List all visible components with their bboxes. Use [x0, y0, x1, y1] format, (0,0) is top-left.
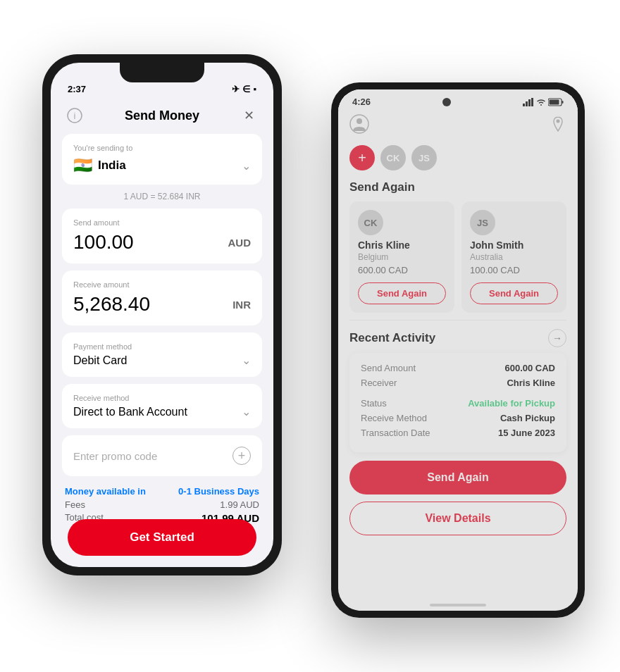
send-amount-row: Send Amount 600.00 CAD — [361, 363, 555, 373]
js-amount: 100.00 CAD — [470, 265, 558, 275]
availability-row: Money available in 0-1 Business Days — [65, 486, 259, 497]
svg-rect-5 — [531, 98, 533, 106]
iphone-device: 2:37 ✈ ∈ ▪ i Send Money — [42, 54, 282, 575]
send-again-ck-button[interactable]: Send Again — [358, 282, 446, 304]
ck-country: Belgium — [358, 252, 446, 262]
send-amount-label: Send amount — [73, 218, 251, 227]
payment-method-label: Payment method — [73, 342, 251, 351]
android-bottom-section: Send Again View Details — [338, 452, 578, 535]
receiver-value: Chris Kline — [507, 378, 555, 388]
receive-method-card[interactable]: Receive method Direct to Bank Account ⌄ — [62, 384, 262, 428]
android-status-bar: 4:26 — [338, 89, 578, 110]
ck-name: Chris Kline — [358, 239, 446, 251]
js-country: Australia — [470, 252, 558, 262]
promo-card[interactable]: Enter promo code + — [62, 435, 262, 476]
fees-label: Fees — [65, 499, 85, 510]
recipient-card-ck: CK Chris Kline Belgium 600.00 CAD Send A… — [349, 201, 454, 313]
send-again-cards: CK Chris Kline Belgium 600.00 CAD Send A… — [349, 201, 566, 313]
android-screen: 4:26 — [338, 89, 578, 611]
exchange-rate: 1 AUD = 52.684 INR — [62, 192, 262, 201]
receive-method-value: Direct to Bank Account — [73, 406, 187, 418]
add-contact-button[interactable]: + — [349, 145, 375, 170]
svg-rect-2 — [523, 104, 525, 106]
iphone-screen: 2:37 ✈ ∈ ▪ i Send Money — [51, 63, 273, 567]
svg-rect-4 — [528, 99, 531, 106]
contact-js-avatar[interactable]: JS — [411, 145, 437, 170]
status-label: Status — [361, 398, 387, 409]
recent-activity-title: Recent Activity — [349, 331, 435, 345]
receive-currency: INR — [232, 299, 251, 311]
android-camera — [442, 98, 451, 106]
iphone-content: i Send Money ✕ You're sending to 🇮🇳 Indi… — [51, 97, 273, 559]
send-again-main-button[interactable]: Send Again — [349, 461, 566, 494]
send-amount-card[interactable]: Send amount 100.00 AUD — [62, 209, 262, 263]
status-row: Status Available for Pickup — [361, 398, 555, 409]
send-amount-row: 100.00 AUD — [73, 231, 251, 254]
android-home-bar — [430, 604, 486, 606]
js-avatar: JS — [470, 210, 495, 235]
availability-value: 0-1 Business Days — [178, 486, 259, 497]
send-amount-value: 600.00 CAD — [504, 363, 555, 373]
close-button[interactable]: ✕ — [240, 106, 259, 125]
battery-icon — [548, 98, 564, 106]
receiver-label: Receiver — [361, 378, 397, 388]
send-again-js-button[interactable]: Send Again — [470, 282, 558, 304]
receive-method-label: Receive Method — [361, 413, 427, 423]
transaction-date-row: Transaction Date 15 June 2023 — [361, 428, 555, 438]
sending-to-label: You're sending to — [73, 144, 251, 152]
activity-card: Send Amount 600.00 CAD Receiver Chris Kl… — [349, 353, 566, 452]
payment-method-card[interactable]: Payment method Debit Card ⌄ — [62, 332, 262, 377]
info-icon[interactable]: i — [65, 106, 85, 125]
country-row: 🇮🇳 India — [73, 156, 126, 175]
svg-text:i: i — [74, 111, 76, 121]
receive-method-row: Direct to Bank Account ⌄ — [73, 405, 251, 418]
receive-amount-value: 5,268.40 — [73, 293, 150, 316]
fees-row: Fees 1.99 AUD — [65, 499, 259, 510]
contact-ck-avatar[interactable]: CK — [380, 145, 406, 170]
availability-label: Money available in — [65, 486, 146, 497]
svg-point-10 — [356, 118, 362, 124]
android-top-bar — [338, 110, 578, 141]
send-currency: AUD — [228, 237, 252, 249]
payment-chevron-icon: ⌄ — [242, 354, 251, 367]
status-badge: Available for Pickup — [468, 398, 555, 409]
chevron-down-icon: ⌄ — [242, 159, 251, 173]
receive-amount-label: Receive amount — [73, 280, 251, 289]
transaction-date-label: Transaction Date — [361, 428, 430, 438]
receive-amount-card[interactable]: Receive amount 5,268.40 INR — [62, 270, 262, 325]
receiver-row: Receiver Chris Kline — [361, 378, 555, 388]
js-name: John Smith — [470, 239, 558, 251]
iphone-notch — [120, 63, 204, 82]
recent-activity-header: Recent Activity → — [338, 321, 578, 353]
sending-to-card[interactable]: You're sending to 🇮🇳 India ⌄ — [62, 134, 262, 185]
android-device: 4:26 — [331, 82, 585, 618]
get-started-button[interactable]: Get Started — [68, 519, 256, 556]
svg-point-11 — [557, 120, 560, 123]
send-again-title: Send Again — [349, 180, 566, 194]
receive-method-value: Cash Pickup — [500, 413, 555, 423]
send-amount-label: Send Amount — [361, 363, 416, 373]
activity-arrow-button[interactable]: → — [548, 329, 566, 347]
android-time: 4:26 — [352, 97, 371, 107]
view-details-button[interactable]: View Details — [349, 502, 566, 535]
plus-icon[interactable]: + — [232, 447, 251, 465]
svg-rect-3 — [526, 101, 528, 106]
svg-rect-8 — [562, 101, 564, 104]
iphone-time: 2:37 — [68, 84, 86, 94]
send-amount-value: 100.00 — [73, 231, 134, 254]
ck-avatar: CK — [358, 210, 383, 235]
sending-to-row: 🇮🇳 India ⌄ — [73, 156, 251, 175]
flag-icon: 🇮🇳 — [73, 156, 92, 175]
receive-method-label: Receive method — [73, 394, 251, 402]
send-money-header: i Send Money ✕ — [62, 97, 262, 134]
plane-icon: ✈ — [232, 84, 240, 94]
wifi-icon: ∈ — [242, 84, 250, 94]
send-money-title: Send Money — [125, 108, 199, 123]
receive-method-row: Receive Method Cash Pickup — [361, 413, 555, 423]
promo-placeholder: Enter promo code — [73, 450, 157, 462]
contacts-row: + CK JS — [338, 141, 578, 178]
fees-value: 1.99 AUD — [220, 499, 259, 510]
location-icon[interactable] — [550, 116, 566, 135]
payment-method-row: Debit Card ⌄ — [73, 354, 251, 367]
profile-icon[interactable] — [349, 114, 369, 137]
